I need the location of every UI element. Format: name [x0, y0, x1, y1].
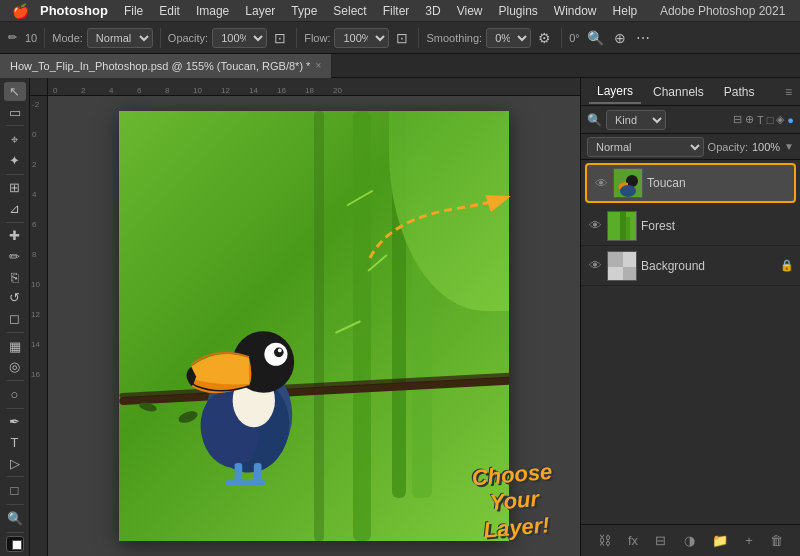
smart-filter-icon[interactable]: ◈	[776, 113, 784, 126]
magic-wand-tool[interactable]: ✦	[4, 151, 26, 170]
brush-tool-btn[interactable]: ✏	[4, 29, 21, 46]
opacity-chevron[interactable]: ▼	[784, 141, 794, 152]
menu-edit[interactable]: Edit	[151, 2, 188, 20]
shape-filter-icon[interactable]: □	[767, 114, 774, 126]
paths-tab[interactable]: Paths	[716, 81, 763, 103]
layer-fx-icon[interactable]: fx	[628, 533, 638, 548]
tools-sep-8	[6, 504, 24, 505]
ruler-top: 0 2 4 6 8 10 12 14 16 18 20	[48, 78, 580, 96]
layer-group-icon[interactable]: 📁	[712, 533, 728, 548]
eyedropper-tool[interactable]: ⊿	[4, 199, 26, 218]
pixel-filter-icon[interactable]: ⊟	[733, 113, 742, 126]
dodge-tool[interactable]: ○	[4, 385, 26, 404]
opacity-label: Opacity:	[708, 141, 748, 153]
move-tool[interactable]: ↖	[4, 82, 26, 101]
menu-view[interactable]: View	[449, 2, 491, 20]
panel-menu-icon[interactable]: ≡	[785, 85, 792, 99]
layer-row-background[interactable]: 👁 Background 🔒	[581, 246, 800, 286]
more-icon[interactable]: ⋯	[633, 30, 653, 46]
search-icon: 🔍	[587, 113, 602, 127]
settings-icon[interactable]: ⚙	[535, 30, 554, 46]
menu-layer[interactable]: Layer	[237, 2, 283, 20]
lasso-tool[interactable]: ⌖	[4, 130, 26, 149]
adjustment-filter-icon[interactable]: ⊕	[745, 113, 754, 126]
tools-sep-9	[6, 532, 24, 533]
tools-sep-7	[6, 476, 24, 477]
filter-type-select[interactable]: Kind	[606, 110, 666, 130]
layer-name-toucan: Toucan	[647, 176, 788, 190]
history-brush[interactable]: ↺	[4, 289, 26, 308]
type-filter-icon[interactable]: T	[757, 114, 764, 126]
layer-adjustment-icon[interactable]: ◑	[684, 533, 695, 548]
layer-link-icon[interactable]: ⛓	[598, 533, 611, 548]
filter-icons: ⊟ ⊕ T □ ◈ ●	[733, 113, 794, 126]
smoothing-select[interactable]: 0%	[486, 28, 531, 48]
text-tool[interactable]: T	[4, 433, 26, 452]
marquee-tool[interactable]: ▭	[4, 103, 26, 122]
airbrush-icon[interactable]: ⊡	[393, 30, 411, 46]
menu-plugins[interactable]: Plugins	[491, 2, 546, 20]
blend-mode-select[interactable]: Normal	[587, 137, 704, 157]
apple-menu[interactable]: 🍎	[0, 3, 40, 19]
shape-tool[interactable]: □	[4, 481, 26, 500]
flow-select[interactable]: 100%	[334, 28, 389, 48]
angle-value: 0°	[569, 32, 580, 44]
zoom-tool[interactable]: 🔍	[4, 509, 26, 528]
layer-eye-background[interactable]: 👁	[587, 258, 603, 273]
layers-filter-bar: 🔍 Kind ⊟ ⊕ T □ ◈ ●	[581, 106, 800, 134]
crop-tool[interactable]: ⊞	[4, 178, 26, 197]
menu-file[interactable]: File	[116, 2, 151, 20]
tools-sep-1	[6, 125, 24, 126]
menu-help[interactable]: Help	[605, 2, 646, 20]
blur-tool[interactable]: ◎	[4, 357, 26, 376]
layer-new-icon[interactable]: +	[745, 533, 753, 548]
brush-tool[interactable]: ✏	[4, 247, 26, 266]
layer-eye-forest[interactable]: 👁	[587, 218, 603, 233]
blend-mode-bar: Normal Opacity: 100% ▼	[581, 134, 800, 160]
path-selection[interactable]: ▷	[4, 454, 26, 473]
forest-thumbnail	[608, 212, 636, 240]
layer-eye-toucan[interactable]: 👁	[593, 176, 609, 191]
svg-rect-23	[608, 252, 623, 267]
layer-thumb-toucan	[613, 168, 643, 198]
layer-row-toucan[interactable]: 👁 Toucan	[585, 163, 796, 203]
ruler-corner	[30, 78, 48, 96]
menu-type[interactable]: Type	[283, 2, 325, 20]
tools-sep-3	[6, 222, 24, 223]
tab-close-btn[interactable]: ×	[315, 60, 321, 71]
svg-rect-24	[623, 267, 637, 281]
channels-tab[interactable]: Channels	[645, 81, 712, 103]
document-tab[interactable]: How_To_Flip_In_Photoshop.psd @ 155% (Tou…	[0, 54, 332, 78]
search-icon[interactable]: 🔍	[584, 30, 607, 46]
filter-toggle[interactable]: ●	[787, 114, 794, 126]
tools-sep-4	[6, 332, 24, 333]
menu-bar: 🍎 Photoshop File Edit Image Layer Type S…	[0, 0, 800, 22]
pressure-icon[interactable]: ⊡	[271, 30, 289, 46]
menu-window[interactable]: Window	[546, 2, 605, 20]
layer-row-forest[interactable]: 👁 Forest	[581, 206, 800, 246]
healing-tool[interactable]: ✚	[4, 227, 26, 246]
opacity-select[interactable]: 100%	[212, 28, 267, 48]
zoom-icon[interactable]: ⊕	[611, 30, 629, 46]
menu-image[interactable]: Image	[188, 2, 237, 20]
mode-select[interactable]: Normal	[87, 28, 153, 48]
menu-filter[interactable]: Filter	[375, 2, 418, 20]
foreground-color[interactable]	[6, 536, 24, 552]
toucan-illustration	[149, 261, 349, 511]
pen-tool[interactable]: ✒	[4, 412, 26, 431]
layer-mask-icon[interactable]: ⊟	[655, 533, 666, 548]
gradient-tool[interactable]: ▦	[4, 337, 26, 356]
svg-point-14	[278, 349, 282, 353]
layers-tab[interactable]: Layers	[589, 80, 641, 104]
toolbar-sep-2	[160, 28, 161, 48]
svg-rect-3	[235, 463, 243, 482]
menu-3d[interactable]: 3D	[417, 2, 448, 20]
layer-delete-icon[interactable]: 🗑	[770, 533, 783, 548]
clone-tool[interactable]: ⎘	[4, 268, 26, 287]
svg-rect-8	[251, 480, 265, 485]
canvas-area: 0 2 4 6 8 10 12 14 16 18 20 -2 0 2 4 6 8	[30, 78, 580, 556]
menu-select[interactable]: Select	[325, 2, 374, 20]
tab-bar: How_To_Flip_In_Photoshop.psd @ 155% (Tou…	[0, 54, 800, 78]
tools-sep-6	[6, 408, 24, 409]
eraser-tool[interactable]: ◻	[4, 309, 26, 328]
